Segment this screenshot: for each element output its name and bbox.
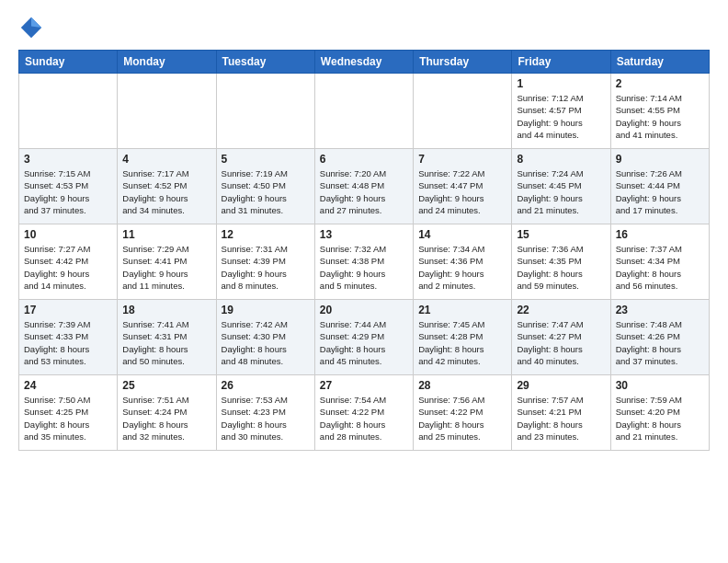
day-info: Sunrise: 7:37 AM Sunset: 4:34 PM Dayligh… [616, 243, 704, 292]
calendar-day-16: 16Sunrise: 7:37 AM Sunset: 4:34 PM Dayli… [610, 224, 709, 300]
day-number: 9 [616, 153, 704, 166]
day-info: Sunrise: 7:20 AM Sunset: 4:48 PM Dayligh… [320, 167, 408, 216]
day-info: Sunrise: 7:44 AM Sunset: 4:29 PM Dayligh… [320, 318, 408, 367]
calendar-day-12: 12Sunrise: 7:31 AM Sunset: 4:39 PM Dayli… [216, 224, 314, 300]
day-info: Sunrise: 7:27 AM Sunset: 4:42 PM Dayligh… [24, 243, 112, 292]
calendar-day-13: 13Sunrise: 7:32 AM Sunset: 4:38 PM Dayli… [314, 224, 413, 300]
day-info: Sunrise: 7:39 AM Sunset: 4:33 PM Dayligh… [24, 318, 112, 367]
calendar-day-2: 2Sunrise: 7:14 AM Sunset: 4:55 PM Daylig… [610, 74, 709, 149]
day-info: Sunrise: 7:42 AM Sunset: 4:30 PM Dayligh… [222, 318, 310, 367]
weekday-header-sunday: Sunday [19, 51, 118, 74]
calendar-day-4: 4Sunrise: 7:17 AM Sunset: 4:52 PM Daylig… [118, 149, 216, 224]
day-number: 24 [24, 379, 112, 392]
weekday-header-row: SundayMondayTuesdayWednesdayThursdayFrid… [19, 51, 710, 74]
calendar-day-3: 3Sunrise: 7:15 AM Sunset: 4:53 PM Daylig… [19, 149, 118, 224]
calendar-day-21: 21Sunrise: 7:45 AM Sunset: 4:28 PM Dayli… [414, 300, 512, 375]
calendar-week-2: 3Sunrise: 7:15 AM Sunset: 4:53 PM Daylig… [19, 149, 710, 224]
day-info: Sunrise: 7:50 AM Sunset: 4:25 PM Dayligh… [24, 394, 112, 442]
day-info: Sunrise: 7:48 AM Sunset: 4:26 PM Dayligh… [616, 318, 704, 367]
day-number: 11 [122, 228, 210, 241]
calendar-table: SundayMondayTuesdayWednesdayThursdayFrid… [18, 50, 710, 451]
calendar-day-25: 25Sunrise: 7:51 AM Sunset: 4:24 PM Dayli… [118, 375, 216, 451]
day-number: 26 [222, 379, 310, 392]
calendar-day-30: 30Sunrise: 7:59 AM Sunset: 4:20 PM Dayli… [610, 375, 709, 451]
day-number: 16 [616, 228, 704, 241]
calendar-day-8: 8Sunrise: 7:24 AM Sunset: 4:45 PM Daylig… [512, 149, 610, 224]
calendar-day-26: 26Sunrise: 7:53 AM Sunset: 4:23 PM Dayli… [216, 375, 314, 451]
logo-icon [18, 15, 44, 40]
day-number: 20 [320, 304, 408, 316]
calendar-day-5: 5Sunrise: 7:19 AM Sunset: 4:50 PM Daylig… [216, 149, 314, 224]
day-number: 5 [222, 153, 310, 166]
weekday-header-saturday: Saturday [610, 51, 709, 74]
calendar-week-1: 1Sunrise: 7:12 AM Sunset: 4:57 PM Daylig… [19, 74, 710, 149]
day-info: Sunrise: 7:45 AM Sunset: 4:28 PM Dayligh… [418, 318, 506, 367]
calendar-day-1: 1Sunrise: 7:12 AM Sunset: 4:57 PM Daylig… [512, 74, 610, 149]
day-number: 12 [222, 228, 310, 241]
empty-cell [118, 74, 216, 149]
day-info: Sunrise: 7:31 AM Sunset: 4:39 PM Dayligh… [222, 243, 310, 292]
day-number: 8 [517, 153, 605, 166]
day-number: 2 [616, 77, 704, 90]
weekday-header-thursday: Thursday [414, 51, 512, 74]
day-info: Sunrise: 7:22 AM Sunset: 4:47 PM Dayligh… [418, 167, 506, 216]
calendar-day-11: 11Sunrise: 7:29 AM Sunset: 4:41 PM Dayli… [118, 224, 216, 300]
calendar-week-4: 17Sunrise: 7:39 AM Sunset: 4:33 PM Dayli… [19, 300, 710, 375]
weekday-header-friday: Friday [512, 51, 610, 74]
calendar-day-29: 29Sunrise: 7:57 AM Sunset: 4:21 PM Dayli… [512, 375, 610, 451]
empty-cell [19, 74, 118, 149]
calendar-day-10: 10Sunrise: 7:27 AM Sunset: 4:42 PM Dayli… [19, 224, 118, 300]
header [18, 15, 710, 40]
day-number: 10 [24, 228, 112, 241]
day-info: Sunrise: 7:24 AM Sunset: 4:45 PM Dayligh… [517, 167, 605, 216]
day-number: 25 [122, 379, 210, 392]
day-number: 28 [418, 379, 506, 392]
calendar-day-19: 19Sunrise: 7:42 AM Sunset: 4:30 PM Dayli… [216, 300, 314, 375]
day-number: 15 [517, 228, 605, 241]
day-number: 19 [222, 304, 310, 316]
calendar-day-28: 28Sunrise: 7:56 AM Sunset: 4:22 PM Dayli… [414, 375, 512, 451]
calendar-day-22: 22Sunrise: 7:47 AM Sunset: 4:27 PM Dayli… [512, 300, 610, 375]
empty-cell [216, 74, 314, 149]
day-number: 7 [418, 153, 506, 166]
day-info: Sunrise: 7:12 AM Sunset: 4:57 PM Dayligh… [517, 92, 605, 141]
logo [18, 15, 48, 40]
calendar-day-24: 24Sunrise: 7:50 AM Sunset: 4:25 PM Dayli… [19, 375, 118, 451]
day-info: Sunrise: 7:41 AM Sunset: 4:31 PM Dayligh… [122, 318, 210, 367]
day-number: 18 [122, 304, 210, 316]
day-number: 30 [616, 379, 704, 392]
day-number: 6 [320, 153, 408, 166]
calendar-day-17: 17Sunrise: 7:39 AM Sunset: 4:33 PM Dayli… [19, 300, 118, 375]
calendar-day-20: 20Sunrise: 7:44 AM Sunset: 4:29 PM Dayli… [314, 300, 413, 375]
calendar-week-5: 24Sunrise: 7:50 AM Sunset: 4:25 PM Dayli… [19, 375, 710, 451]
weekday-header-monday: Monday [118, 51, 216, 74]
calendar-day-15: 15Sunrise: 7:36 AM Sunset: 4:35 PM Dayli… [512, 224, 610, 300]
calendar-day-7: 7Sunrise: 7:22 AM Sunset: 4:47 PM Daylig… [414, 149, 512, 224]
page: SundayMondayTuesdayWednesdayThursdayFrid… [0, 0, 728, 563]
day-info: Sunrise: 7:34 AM Sunset: 4:36 PM Dayligh… [418, 243, 506, 292]
day-number: 22 [517, 304, 605, 316]
day-info: Sunrise: 7:51 AM Sunset: 4:24 PM Dayligh… [122, 394, 210, 442]
calendar-week-3: 10Sunrise: 7:27 AM Sunset: 4:42 PM Dayli… [19, 224, 710, 300]
day-info: Sunrise: 7:32 AM Sunset: 4:38 PM Dayligh… [320, 243, 408, 292]
calendar-day-23: 23Sunrise: 7:48 AM Sunset: 4:26 PM Dayli… [610, 300, 709, 375]
day-info: Sunrise: 7:19 AM Sunset: 4:50 PM Dayligh… [222, 167, 310, 216]
day-info: Sunrise: 7:15 AM Sunset: 4:53 PM Dayligh… [24, 167, 112, 216]
day-info: Sunrise: 7:59 AM Sunset: 4:20 PM Dayligh… [616, 394, 704, 442]
weekday-header-wednesday: Wednesday [314, 51, 413, 74]
day-info: Sunrise: 7:47 AM Sunset: 4:27 PM Dayligh… [517, 318, 605, 367]
calendar-day-6: 6Sunrise: 7:20 AM Sunset: 4:48 PM Daylig… [314, 149, 413, 224]
empty-cell [414, 74, 512, 149]
day-number: 17 [24, 304, 112, 316]
day-info: Sunrise: 7:53 AM Sunset: 4:23 PM Dayligh… [222, 394, 310, 442]
day-number: 3 [24, 153, 112, 166]
day-info: Sunrise: 7:14 AM Sunset: 4:55 PM Dayligh… [616, 92, 704, 141]
day-number: 4 [122, 153, 210, 166]
weekday-header-tuesday: Tuesday [216, 51, 314, 74]
day-info: Sunrise: 7:57 AM Sunset: 4:21 PM Dayligh… [517, 394, 605, 442]
day-number: 27 [320, 379, 408, 392]
empty-cell [314, 74, 413, 149]
calendar-day-27: 27Sunrise: 7:54 AM Sunset: 4:22 PM Dayli… [314, 375, 413, 451]
day-number: 23 [616, 304, 704, 316]
day-info: Sunrise: 7:17 AM Sunset: 4:52 PM Dayligh… [122, 167, 210, 216]
